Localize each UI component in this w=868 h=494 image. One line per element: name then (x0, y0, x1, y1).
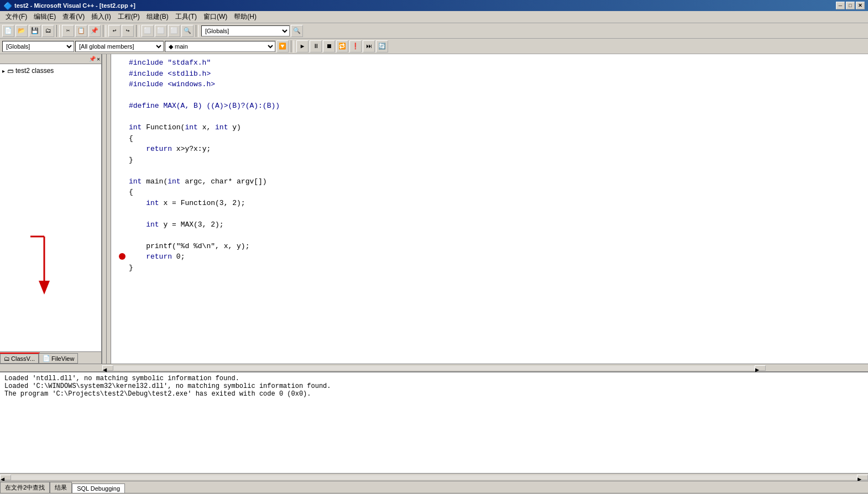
open-button[interactable]: 📂 (15, 25, 28, 37)
menu-item-v[interactable]: 查看(V) (59, 11, 88, 23)
left-margin (107, 54, 111, 364)
expand-icon[interactable]: ▸ (2, 68, 5, 74)
panel-pin-icon[interactable]: 📌 (89, 56, 96, 62)
globals-dropdown[interactable]: [Globals] (2, 41, 74, 52)
menu-item-p[interactable]: 工程(P) (114, 11, 143, 23)
code-line-19: return 0; (119, 251, 864, 262)
output-line-2: Loaded 'C:\WINDOWS\system32\kernel32.dll… (4, 382, 864, 390)
code-text-10: } (129, 155, 133, 166)
menu-item-i[interactable]: 插入(I) (88, 11, 114, 23)
members-dropdown[interactable]: [All global members] (75, 41, 164, 52)
scroll-track (113, 366, 755, 370)
code-text-7: int Function(int x, int y) (129, 122, 241, 133)
menu-item-e[interactable]: 编辑(E) (30, 11, 59, 23)
code-line-12: int main(int argc, char* argv[]) (119, 176, 864, 187)
debug-btn4[interactable]: 🔁 (336, 40, 348, 52)
class-tree[interactable]: ▸ 🗃 test2 classes (0, 64, 101, 351)
code-line-5: #define MAX(A, B) ((A)>(B)?(A):(B)) (119, 101, 864, 112)
sql-debug-tab[interactable]: SQL Debugging (72, 484, 125, 493)
code-line-9: return x>y?x:y; (119, 144, 864, 155)
panel-close-icon[interactable]: ✕ (97, 56, 100, 62)
fileview-icon: 📄 (43, 355, 50, 362)
debug-btn3[interactable]: ⏹ (323, 40, 335, 52)
toolbar-btn7[interactable]: ⬜ (168, 25, 180, 37)
debug-btn7[interactable]: 🔄 (376, 40, 388, 52)
separator2 (103, 25, 106, 37)
debug-btn6[interactable]: ⏭ (363, 40, 375, 52)
find-in-files-tab[interactable]: 在文件2中查找 (0, 482, 50, 493)
code-line-18: printf("%d %d\n", x, y); (119, 241, 864, 252)
code-text-9: return x>y?x:y; (129, 144, 211, 155)
output-scroll-right[interactable]: ▶ (857, 475, 868, 480)
code-line-20: } (119, 262, 864, 274)
save-all-button[interactable]: 🗂 (42, 25, 54, 37)
code-text-20: } (129, 262, 133, 274)
cut-button[interactable]: ✂ (62, 25, 74, 37)
code-editor[interactable]: #include "stdafx.h" #include <stdlib.h> … (107, 54, 868, 364)
menu-item-f[interactable]: 文件(F) (2, 11, 30, 23)
menu-item-b[interactable]: 组建(B) (143, 11, 172, 23)
code-text-1: #include "stdafx.h" (129, 57, 211, 69)
menu-item-w[interactable]: 窗口(W) (200, 11, 231, 23)
menu-item-h[interactable]: 帮助(H) (231, 11, 260, 23)
paste-button[interactable]: 📌 (88, 25, 101, 37)
minimize-button[interactable]: ─ (836, 2, 845, 9)
classview-icon: 🗂 (4, 355, 10, 362)
copy-button[interactable]: 📋 (75, 25, 87, 37)
breakpoint-19[interactable] (119, 253, 126, 260)
code-text-15 (129, 208, 133, 219)
function-dropdown[interactable]: ◆ main (165, 41, 275, 52)
output-line-3: The program 'C:\Projects\test2\Debug\tes… (4, 390, 864, 398)
code-line-4 (119, 90, 864, 101)
horizontal-scrollbar[interactable]: ◀ ▶ (0, 364, 868, 371)
debug-btn2[interactable]: ⏸ (310, 40, 322, 52)
code-text-17 (129, 230, 133, 241)
new-file-button[interactable]: 📄 (2, 25, 14, 37)
scope-dropdown[interactable]: [Globals] (201, 25, 290, 36)
fileview-tab[interactable]: 📄 FileView (39, 353, 78, 364)
undo-button[interactable]: ↩ (108, 25, 121, 37)
code-line-10: } (119, 155, 864, 166)
results-tab[interactable]: 结果 (50, 482, 72, 493)
code-line-14: int x = Function(3, 2); (119, 198, 864, 209)
left-panel: 📌 ✕ ▸ 🗃 test2 classes 🗂 ClassV.. (0, 54, 102, 364)
toolbar-btn5[interactable]: ⬜ (142, 25, 154, 37)
maximize-button[interactable]: □ (846, 2, 855, 9)
tree-label: test2 classes (15, 67, 54, 75)
close-button[interactable]: ✕ (856, 2, 865, 9)
resize-handle[interactable] (102, 54, 107, 364)
code-text-16: int y = MAX(3, 2); (129, 219, 224, 230)
redo-button[interactable]: ↪ (122, 25, 134, 37)
code-line-8: { (119, 133, 864, 144)
code-line-2: #include <stdlib.h> (119, 69, 864, 80)
title-bar: 🔷 test2 - Microsoft Visual C++ - [test2.… (0, 0, 868, 11)
nav-btn[interactable]: 🔽 (276, 40, 289, 52)
code-text-12: int main(int argc, char* argv[]) (129, 176, 267, 187)
classview-tab[interactable]: 🗂 ClassV... (0, 354, 39, 364)
toolbar-btn6[interactable]: ⬜ (155, 25, 167, 37)
output-scroll-left[interactable]: ◀ (0, 475, 11, 480)
code-line-3: #include <windows.h> (119, 79, 864, 90)
debug-btn5[interactable]: ❗ (349, 40, 362, 52)
left-tabs: 🗂 ClassV... 📄 FileView (0, 351, 101, 364)
toolbar-btn8[interactable]: 🔍 (181, 25, 194, 37)
scroll-right-btn[interactable]: ▶ (755, 365, 766, 371)
title-text: test2 - Microsoft Visual C++ - [test2.cp… (14, 2, 135, 9)
code-text-18: printf("%d %d\n", x, y); (129, 241, 249, 252)
tree-root[interactable]: ▸ 🗃 test2 classes (2, 66, 99, 75)
tree-icon: 🗃 (7, 67, 13, 74)
code-line-15 (119, 208, 864, 219)
scroll-left-btn[interactable]: ◀ (102, 365, 113, 371)
output-area: Loaded 'ntdll.dll', no matching symbolic… (0, 372, 868, 473)
output-hscroll: ◀ ▶ (0, 473, 868, 481)
bottom-tabs: 在文件2中查找 结果 SQL Debugging (0, 481, 868, 493)
save-button[interactable]: 💾 (29, 25, 41, 37)
code-text-8: { (129, 133, 133, 144)
separator4 (196, 25, 199, 37)
menu-item-t[interactable]: 工具(T) (172, 11, 200, 23)
search-btn[interactable]: 🔍 (291, 25, 303, 37)
classview-label: ClassV... (11, 355, 35, 362)
app-icon: 🔷 (3, 2, 12, 10)
debug-btn1[interactable]: ▶ (296, 40, 308, 52)
main-layout: 📌 ✕ ▸ 🗃 test2 classes 🗂 ClassV.. (0, 54, 868, 364)
